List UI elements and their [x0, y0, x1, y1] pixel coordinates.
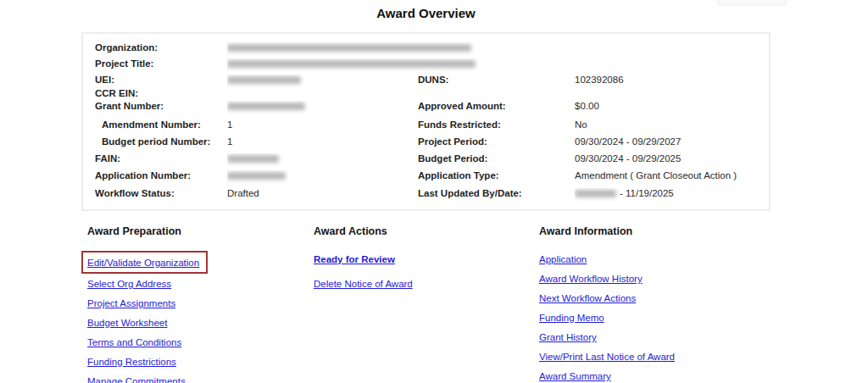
link-application[interactable]: Application [539, 254, 587, 264]
link-next-workflow-actions[interactable]: Next Workflow Actions [539, 293, 636, 303]
field-value-uei [227, 75, 418, 88]
field-value-duns: 102392086 [575, 75, 757, 88]
field-label-project-title: Project Title: [95, 58, 227, 75]
link-row: Manage Commitments [87, 373, 208, 383]
field-label-uei: UEI: [95, 75, 227, 88]
link-terms-and-conditions[interactable]: Terms and Conditions [87, 337, 181, 347]
link-funding-memo[interactable]: Funding Memo [539, 313, 604, 323]
field-label-amendment-number: Amendment Number: [95, 119, 227, 136]
field-value-fain [227, 153, 418, 170]
field-label-organization: Organization: [95, 42, 227, 58]
link-row: Ready for Review [314, 251, 413, 266]
field-value-project-period: 09/30/2024 - 09/29/2027 [575, 136, 757, 153]
redacted-value [227, 155, 279, 163]
redacted-value [227, 103, 305, 110]
link-row: Budget Worksheet [87, 314, 208, 330]
award-details-grid: Organization: Project Title: UEI: DUNS: … [95, 42, 757, 205]
award-overview-panel: Organization: Project Title: UEI: DUNS: … [81, 32, 771, 211]
section-award-information: Award Information Application Award Work… [539, 225, 675, 383]
link-row: Edit/Validate Organization [87, 251, 208, 274]
field-label-budget-period-number: Budget period Number: [95, 136, 227, 153]
field-value-workflow-status: Drafted [227, 188, 418, 205]
field-label-duns: DUNS: [418, 75, 575, 88]
section-award-actions: Award Actions Ready for Review Delete No… [314, 225, 413, 300]
link-funding-restrictions[interactable]: Funding Restrictions [87, 357, 176, 367]
field-label-application-number: Application Number: [95, 170, 227, 188]
field-value-application-number [227, 170, 418, 188]
field-label-grant-number: Grant Number: [95, 101, 227, 119]
link-row: Application [539, 251, 675, 266]
field-value-budget-period: 09/30/2024 - 09/29/2025 [575, 153, 757, 170]
field-value-approved-amount: $0.00 [575, 101, 757, 119]
highlight-box-annotation: Edit/Validate Organization [81, 251, 208, 274]
field-value-organization [227, 42, 757, 58]
field-label-workflow-status: Workflow Status: [95, 188, 227, 205]
link-select-org-address[interactable]: Select Org Address [87, 279, 171, 289]
link-row: Project Assignments [87, 295, 208, 310]
field-label-project-period: Project Period: [418, 136, 575, 153]
link-row: Grant History [539, 329, 675, 344]
link-manage-commitments[interactable]: Manage Commitments [87, 376, 186, 383]
field-label-fain: FAIN: [95, 153, 227, 170]
field-value-ccr-ein [227, 88, 418, 101]
link-row: Terms and Conditions [87, 334, 208, 349]
page-title: Award Overview [81, 6, 771, 20]
field-value-last-updated: - 11/19/2025 [575, 188, 757, 205]
field-label-last-updated: Last Updated By/Date: [418, 188, 575, 205]
link-grant-history[interactable]: Grant History [539, 332, 597, 342]
field-label-funds-restricted: Funds Restricted: [418, 119, 575, 136]
field-label-application-type: Application Type: [418, 170, 575, 188]
field-value-amendment-number: 1 [227, 119, 418, 136]
redacted-value [227, 76, 301, 84]
section-heading-award-information: Award Information [539, 225, 675, 237]
redacted-value [575, 190, 616, 197]
link-row: Delete Notice of Award [314, 275, 413, 291]
link-project-assignments[interactable]: Project Assignments [87, 298, 175, 308]
link-award-summary[interactable]: Award Summary [539, 371, 611, 381]
redacted-value [227, 60, 476, 68]
field-value-grant-number [227, 101, 418, 119]
link-ready-for-review[interactable]: Ready for Review [314, 254, 395, 264]
link-row: View/Print Last Notice of Award [539, 348, 675, 364]
cropped-button-remnant [717, 0, 787, 6]
link-row: Next Workflow Actions [539, 290, 675, 305]
redacted-value [227, 172, 286, 180]
award-overview-page: Award Overview Organization: Project Tit… [0, 0, 868, 383]
link-row: Select Org Address [87, 275, 208, 291]
field-value-funds-restricted: No [575, 119, 757, 136]
link-row: Funding Memo [539, 309, 675, 325]
link-award-workflow-history[interactable]: Award Workflow History [539, 274, 643, 284]
field-value-project-title [227, 58, 757, 75]
link-delete-notice-of-award[interactable]: Delete Notice of Award [314, 279, 413, 289]
last-updated-date: - 11/19/2025 [620, 188, 674, 198]
link-row: Funding Restrictions [87, 353, 208, 369]
section-award-preparation: Award Preparation Edit/Validate Organiza… [87, 225, 208, 383]
field-value-application-type: Amendment ( Grant Closeout Action ) [575, 170, 757, 188]
redacted-value [227, 44, 471, 52]
field-value-budget-period-number: 1 [227, 136, 418, 153]
link-edit-validate-organization[interactable]: Edit/Validate Organization [87, 258, 199, 268]
section-heading-award-preparation: Award Preparation [87, 225, 208, 237]
link-row: Award Workflow History [539, 270, 675, 286]
link-row: Award Summary [539, 368, 675, 383]
field-label-approved-amount: Approved Amount: [418, 101, 575, 119]
link-budget-worksheet[interactable]: Budget Worksheet [87, 318, 167, 328]
field-label-ccr-ein: CCR EIN: [95, 88, 227, 101]
link-view-print-last-notice-of-award[interactable]: View/Print Last Notice of Award [539, 352, 675, 362]
field-label-budget-period: Budget Period: [418, 153, 575, 170]
section-heading-award-actions: Award Actions [314, 225, 413, 237]
